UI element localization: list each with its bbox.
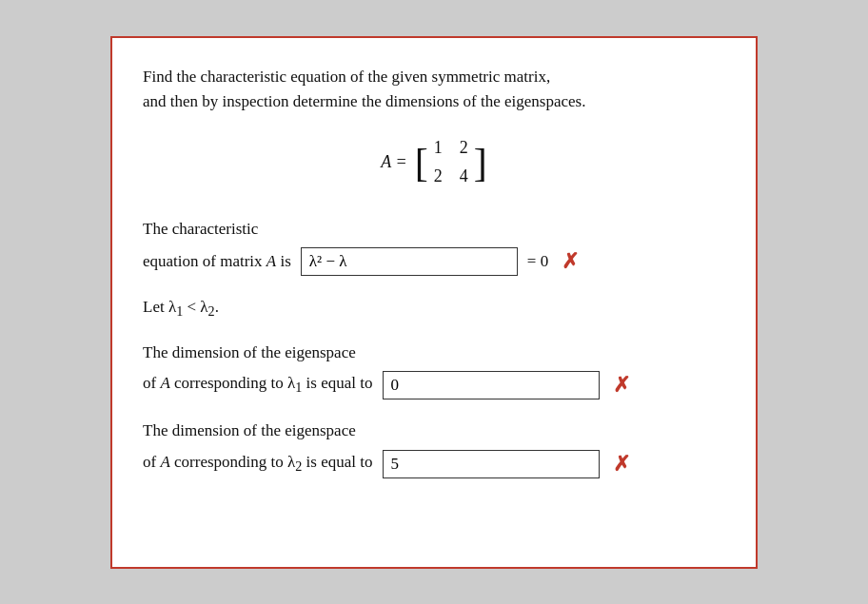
eigenspace2-x-mark: ✗ (613, 448, 630, 480)
eigenspace1-row: of A corresponding to λ1 is equal to ✗ (143, 369, 725, 401)
eigenspace1-label1: The dimension of the eigenspace (143, 341, 725, 365)
eigenspace1-A: A (160, 374, 169, 392)
matrix-bracket-container: [ 1 2 2 4 ] (415, 131, 487, 194)
matrix-wrap: A = [ 1 2 2 4 ] (381, 131, 486, 194)
bracket-left: [ (415, 143, 428, 183)
problem-line1: Find the characteristic equation of the … (143, 65, 725, 89)
matrix-grid: 1 2 2 4 (428, 131, 474, 194)
eigenspace2-section: The dimension of the eigenspace of A cor… (143, 419, 725, 479)
eigenspace2-label1: The dimension of the eigenspace (143, 419, 725, 443)
char-eq-label-prefix: equation of matrix A is (143, 249, 291, 274)
eigenspace1-input[interactable] (383, 371, 600, 399)
matrix-cell-01: 2 (460, 135, 468, 162)
char-eq-label1: The characteristic (143, 217, 725, 242)
problem-statement: Find the characteristic equation of the … (143, 65, 725, 115)
lambda-inequality: Let λ1 < λ2. (143, 298, 219, 316)
eigenspace2-label-prefix: of A corresponding to λ2 is equal to (143, 450, 373, 477)
matrix-cell-11: 4 (460, 164, 468, 190)
eigenspace1-section: The dimension of the eigenspace of A cor… (143, 341, 725, 401)
bracket-right: ] (474, 143, 487, 183)
char-eq-x-mark: ✗ (562, 245, 579, 278)
eigenspace1-label-prefix: of A corresponding to λ1 is equal to (143, 371, 373, 399)
lambda-section: Let λ1 < λ2. (143, 295, 725, 322)
matrix-cell-10: 2 (434, 164, 443, 190)
eigenspace1-x-mark: ✗ (613, 369, 630, 401)
eigenspace2-A: A (160, 453, 169, 471)
char-eq-row: equation of matrix A is = 0 ✗ (143, 245, 725, 278)
problem-line2: and then by inspection determine the dim… (143, 89, 725, 114)
eigenspace2-row: of A corresponding to λ2 is equal to ✗ (143, 448, 725, 480)
char-eq-section: The characteristic equation of matrix A … (143, 217, 725, 278)
char-eq-input[interactable] (301, 247, 518, 276)
matrix-section: A = [ 1 2 2 4 ] (143, 131, 725, 194)
matrix-cell-00: 1 (434, 135, 443, 162)
main-container: Find the characteristic equation of the … (0, 0, 868, 604)
char-eq-A: A (266, 252, 276, 270)
matrix-label: A = (381, 149, 406, 176)
card: Find the characteristic equation of the … (110, 36, 758, 569)
eigenspace2-input[interactable] (383, 450, 600, 478)
char-eq-suffix: = 0 (527, 249, 548, 274)
